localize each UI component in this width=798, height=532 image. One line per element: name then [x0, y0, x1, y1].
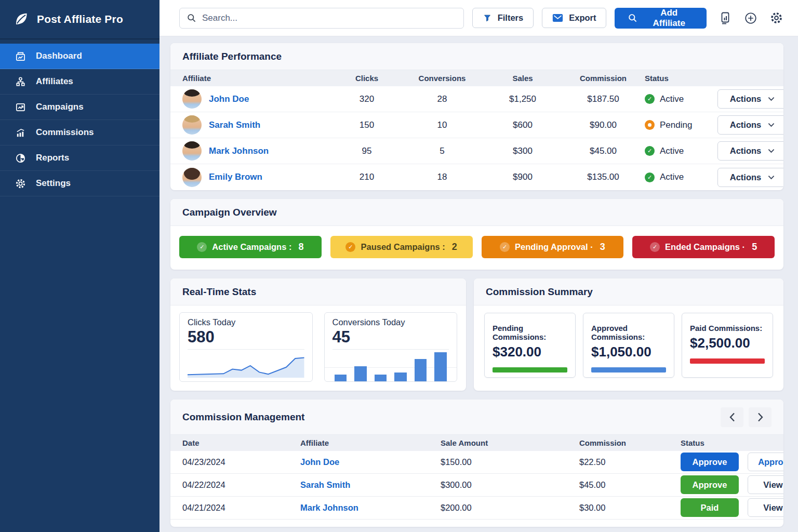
summary-value: $2,500.00	[690, 335, 765, 351]
table-row: John Doe 320 28 $1,250 $187.50 Active Ac…	[170, 86, 783, 112]
conversions-today-card: Conversions Today 45	[324, 312, 458, 382]
section-title: Commission Management	[182, 411, 304, 423]
actions-label: Actions	[730, 172, 762, 182]
col-commission: Commission	[579, 438, 681, 447]
search-input[interactable]	[202, 13, 457, 23]
badge-count: 2	[452, 242, 457, 252]
commission-primary-button[interactable]: Approve	[681, 475, 739, 494]
conversions-value: 10	[401, 120, 484, 130]
affiliate-performance-card: Affiliate Performance Affiliate Clicks C…	[170, 43, 783, 190]
campaign-chart-icon	[14, 100, 27, 114]
ended-campaigns-badge[interactable]: ✓ Ended Campaigns · 5	[632, 236, 775, 258]
col-status: Status	[645, 74, 717, 83]
active-campaigns-badge[interactable]: ✓ Active Campaigns : 8	[179, 236, 322, 258]
paused-campaigns-badge[interactable]: ✓ Paused Campaigns : 2	[330, 236, 473, 258]
summary-color-bar	[591, 367, 666, 373]
sidebar-item-affiliates[interactable]: Affiliates	[0, 69, 159, 95]
bar	[434, 352, 447, 381]
affiliate-name-link[interactable]: Sarah Smith	[300, 480, 441, 490]
leaf-logo-icon	[14, 11, 29, 27]
table-row: 04/21/2024 Mark Johnson $200.00 $30.00 P…	[170, 497, 783, 520]
pending-approval-badge[interactable]: ✓ Pending Approval · 3	[482, 236, 624, 258]
summary-label: Paid Commissions:	[690, 324, 765, 332]
prev-page-button[interactable]	[721, 407, 743, 427]
table-row: Emily Brown 210 18 $900 $135.00 Active A…	[170, 164, 783, 190]
filter-funnel-icon	[483, 14, 492, 23]
badge-label: Ended Campaigns ·	[665, 242, 745, 252]
commission-value: $45.00	[562, 146, 645, 156]
actions-dropdown[interactable]: Actions	[717, 141, 783, 161]
campaign-badges: ✓ Active Campaigns : 8 ✓ Paused Campaign…	[170, 226, 783, 270]
conversions-value: 18	[401, 172, 484, 182]
commission-value: $135.00	[562, 172, 645, 182]
affiliate-name-link[interactable]: Mark Johnson	[300, 503, 441, 513]
affiliate-name-link[interactable]: Sarah Smith	[209, 120, 260, 130]
chevron-down-icon	[768, 149, 775, 153]
table-header-row: Date Affiliate Sale Amount Commission St…	[170, 435, 783, 451]
search-box[interactable]	[179, 8, 464, 29]
device-report-icon[interactable]	[718, 11, 733, 25]
app-title: Post Affliate Pro	[37, 13, 123, 25]
commission-secondary-button[interactable]: Approv	[748, 453, 783, 471]
card-header: Commission Management	[170, 400, 783, 435]
dashboard-main: Affiliate Performance Affiliate Clicks C…	[159, 36, 798, 532]
pager	[721, 407, 772, 427]
check-circle-icon: ✓	[500, 242, 510, 252]
card-header: Campaign Overview	[170, 199, 783, 226]
summary-label: Pending Commissions:	[493, 324, 567, 341]
sales-value: $300	[484, 146, 562, 156]
col-sales: Sales	[484, 74, 562, 83]
card-header: Commission Summary	[474, 278, 783, 305]
circle-plus-icon[interactable]	[743, 11, 758, 25]
commission-primary-button[interactable]: Approve	[681, 453, 739, 471]
approved-commissions-card: Approved Commissions: $1,050.00	[583, 313, 674, 378]
date-value: 04/22/2024	[182, 480, 300, 490]
gear-icon	[14, 177, 27, 190]
filters-label: Filters	[498, 13, 524, 23]
section-title: Real-Time Stats	[182, 286, 256, 298]
table-row: 04/23/2024 John Doe $150.00 $22.50 Appro…	[170, 451, 783, 474]
sidebar-item-reports[interactable]: Reports	[0, 145, 159, 171]
affiliate-name-link[interactable]: John Doe	[300, 457, 441, 467]
bar	[415, 359, 427, 381]
commission-secondary-button[interactable]: View	[748, 475, 783, 494]
sales-value: $900	[484, 172, 562, 182]
col-clicks: Clicks	[333, 74, 401, 83]
export-button[interactable]: Export	[542, 8, 606, 28]
commission-secondary-button[interactable]: View	[748, 498, 783, 517]
clicks-value: 210	[333, 172, 401, 182]
sidebar-item-label: Dashboard	[36, 51, 82, 61]
sidebar-item-label: Reports	[36, 153, 69, 163]
sidebar-item-dashboard[interactable]: Dashboard	[0, 44, 159, 69]
pending-commissions-card: Pending Commissions: $320.00	[484, 313, 576, 378]
affiliate-name-link[interactable]: John Doe	[209, 94, 249, 104]
affiliate-name-link[interactable]: Emily Brown	[209, 172, 262, 182]
affiliate-name-link[interactable]: Mark Johnson	[209, 146, 269, 156]
actions-dropdown[interactable]: Actions	[717, 168, 783, 187]
sales-value: $600	[484, 120, 562, 130]
conversions-value: 28	[401, 94, 484, 104]
add-affiliate-button[interactable]: Add Affiliate	[615, 8, 707, 29]
filters-button[interactable]: Filters	[472, 8, 534, 28]
summary-label: Approved Commissions:	[591, 324, 666, 341]
sidebar-item-commissions[interactable]: Commissions	[0, 120, 159, 145]
sidebar-item-campaigns[interactable]: Campaigns	[0, 95, 159, 120]
badge-count: 5	[752, 242, 757, 252]
card-header: Real-Time Stats	[170, 278, 466, 305]
settings-gear-icon[interactable]	[769, 11, 783, 25]
status-active-icon	[645, 172, 655, 182]
bar	[335, 375, 347, 381]
table-row: 04/22/2024 Sarah Smith $300.00 $45.00 Ap…	[170, 474, 783, 497]
next-page-button[interactable]	[749, 407, 772, 427]
commission-value: $187.50	[562, 94, 645, 104]
status-active-icon	[645, 94, 655, 104]
sidebar-item-settings[interactable]: Settings	[0, 171, 159, 196]
logo: Post Affliate Pro	[0, 0, 159, 39]
actions-label: Actions	[730, 146, 762, 156]
actions-dropdown[interactable]: Actions	[717, 115, 783, 135]
col-date: Date	[182, 438, 300, 447]
status-pending-icon	[645, 120, 655, 130]
commission-primary-button[interactable]: Paid	[681, 498, 739, 517]
campaign-overview-card: Campaign Overview ✓ Active Campaigns : 8…	[170, 199, 783, 270]
actions-dropdown[interactable]: Actions	[717, 89, 783, 109]
